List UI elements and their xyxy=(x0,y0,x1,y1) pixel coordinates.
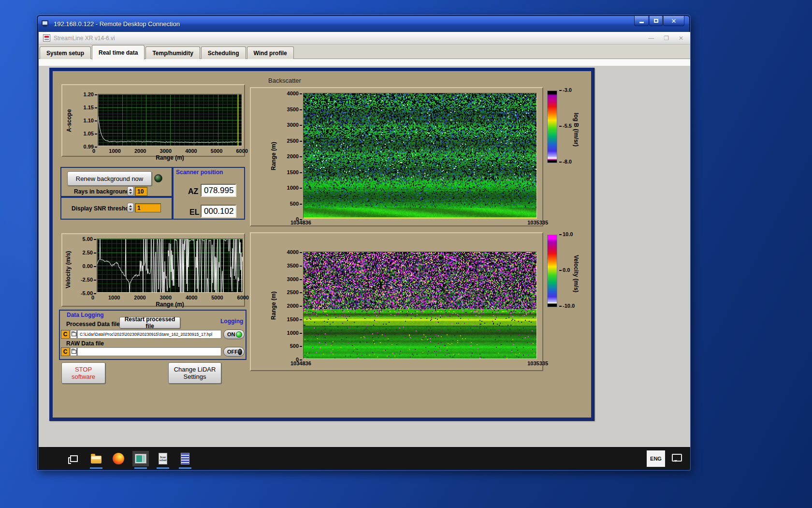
backscatter-title: Backscatter xyxy=(268,77,301,84)
tick-label: -10.0 xyxy=(559,303,575,309)
firefox-icon xyxy=(113,453,124,464)
rdp-window: 192.168.0.122 - Remote Desktop Connectio… xyxy=(37,15,690,470)
file-explorer-button[interactable] xyxy=(88,451,104,466)
tick-label: 3500 xyxy=(287,263,302,269)
backscatter-canvas xyxy=(304,93,536,218)
tick-label: 4000 xyxy=(186,295,197,300)
renew-background-button[interactable]: Renew background now xyxy=(67,171,152,186)
app-minimize-icon[interactable]: — xyxy=(648,35,654,42)
doppler-colorbar-label: Velocity (m/s) xyxy=(573,245,580,302)
doppler-x-start: 1034836 xyxy=(290,360,311,366)
processed-browse-icon[interactable] xyxy=(70,330,77,339)
az-value-display: 078.995 xyxy=(201,184,236,197)
task-view-icon xyxy=(70,455,78,462)
tick-label: 1.10 xyxy=(84,118,97,123)
tick-label: 0 xyxy=(92,148,95,154)
ascope-x-ticks: 0100020003000400050006000 xyxy=(92,148,248,154)
processed-path-field[interactable]: C:\Lidar\Data\Proc\2023\202309\20230915\… xyxy=(77,330,221,339)
backscatter-x-end: 1035335 xyxy=(527,220,548,225)
doppler-y-axis-label: Range (m) xyxy=(270,285,277,327)
terminal-app-icon xyxy=(181,453,189,464)
raw-drive-selector[interactable]: C xyxy=(61,347,70,356)
terminal-app-button[interactable] xyxy=(177,451,193,466)
tick-label: 4000 xyxy=(185,148,197,154)
doppler-x-labels: 1034836 1035335 xyxy=(290,360,548,366)
stop-software-button[interactable]: STOP software xyxy=(61,362,105,384)
tick-label: 1.05 xyxy=(84,131,97,136)
panel-top-strip xyxy=(39,59,690,66)
tick-label: 0 xyxy=(91,295,94,300)
raw-toggle-led-off xyxy=(238,349,242,355)
change-lidar-settings-button[interactable]: Change LiDAR Settings xyxy=(168,362,221,384)
tick-label: 1000 xyxy=(287,330,302,336)
tab-temp-humidity[interactable]: Temp/humidity xyxy=(145,46,200,59)
doppler-canvas xyxy=(304,252,536,359)
ascope-plot xyxy=(98,94,242,146)
language-indicator[interactable]: ENG xyxy=(647,450,665,467)
backscatter-y-ticks: 40003500300025002000150010005000 xyxy=(279,90,302,222)
ascope-y-axis-label: A-scope xyxy=(66,102,72,139)
active-app-open-indicator xyxy=(134,467,147,469)
tick-label: 2000 xyxy=(287,153,302,159)
app-close-icon[interactable]: ✕ xyxy=(679,35,683,42)
velocity-graph-panel: Velocity (m/s) 5.002.500.00-2.50-5.00 01… xyxy=(61,233,245,307)
backscatter-x-labels: 1034836 1035335 xyxy=(290,220,548,225)
rays-spinner[interactable] xyxy=(127,186,134,196)
tick-label: 1.15 xyxy=(84,105,97,110)
velocity-x-axis-label: Range (m) xyxy=(97,301,243,308)
change-settings-line1: Change LiDAR xyxy=(174,366,216,373)
tick-label: -3.0 xyxy=(559,87,572,93)
restart-processed-file-button[interactable]: Restart processed file xyxy=(119,317,180,329)
tab-scheduling[interactable]: Scheduling xyxy=(201,46,246,59)
velocity-y-axis-label: Velocity (m/s) xyxy=(65,246,72,293)
backscatter-plot xyxy=(303,93,537,219)
raw-browse-icon[interactable] xyxy=(70,347,77,356)
app-restore-icon[interactable]: ❐ xyxy=(664,35,669,42)
tick-label: 1000 xyxy=(109,148,120,154)
tab-system-setup[interactable]: System setup xyxy=(40,46,91,59)
velocity-canvas xyxy=(97,239,243,292)
taskbar: Scan sched ENG xyxy=(39,447,690,469)
close-button[interactable]: ✕ xyxy=(663,16,684,26)
backscatter-colorbar xyxy=(547,90,557,163)
tab-real-time-data[interactable]: Real time data xyxy=(92,45,145,60)
task-view-button[interactable] xyxy=(66,451,82,466)
tick-label: 6000 xyxy=(236,148,247,154)
scanner-position-title: Scanner position xyxy=(176,169,223,176)
maximize-button[interactable] xyxy=(649,16,663,26)
rdp-titlebar[interactable]: 192.168.0.122 - Remote Desktop Connectio… xyxy=(38,16,689,32)
raw-logging-toggle[interactable]: OFF xyxy=(223,347,245,357)
processed-toggle-label: ON xyxy=(227,331,235,337)
tick-label: 3000 xyxy=(287,276,302,282)
ascope-canvas xyxy=(98,94,242,146)
rdp-title: 192.168.0.122 - Remote Desktop Connectio… xyxy=(54,20,180,28)
tick-label: 500 xyxy=(290,201,302,207)
front-panel-frame: A-scope 1.201.151.101.050.99 01000200030… xyxy=(49,68,594,421)
tick-label: 3000 xyxy=(287,122,302,128)
doppler-graph-panel: Range (m) 400035003000250020001500100050… xyxy=(250,232,543,371)
minimize-button[interactable] xyxy=(634,16,649,26)
snr-value-field[interactable]: 1 xyxy=(135,203,161,212)
backscatter-x-start: 1034836 xyxy=(290,220,311,225)
raw-path-field[interactable] xyxy=(77,347,221,356)
processed-logging-toggle[interactable]: ON xyxy=(223,329,245,339)
tick-label: -5.5 xyxy=(559,123,572,129)
tick-label: 3000 xyxy=(160,295,172,300)
processed-drive-selector[interactable]: C xyxy=(61,330,70,339)
app-titlebar[interactable]: StreamLine XR v14-6.vi — ❐ ✕ xyxy=(39,32,690,45)
az-label: AZ xyxy=(188,187,198,196)
data-logging-title: Data Logging xyxy=(67,312,104,318)
rays-value-field[interactable]: 10 xyxy=(135,187,147,196)
backscatter-colorbar-label: log B (/m/sr) xyxy=(573,101,580,158)
active-app-button[interactable] xyxy=(132,451,149,466)
labview-vi-icon xyxy=(43,34,50,42)
close-icon: ✕ xyxy=(671,17,677,25)
firefox-button[interactable] xyxy=(110,451,127,466)
tick-label: 2500 xyxy=(287,138,302,144)
feedback-chat-icon[interactable] xyxy=(672,454,682,462)
tab-wind-profile[interactable]: Wind profile xyxy=(247,46,294,59)
velocity-plot xyxy=(97,239,243,293)
scan-scheduler-button[interactable]: Scan sched xyxy=(155,451,171,466)
snr-spinner[interactable] xyxy=(127,203,134,212)
scan-scheduler-open-indicator xyxy=(157,467,169,469)
